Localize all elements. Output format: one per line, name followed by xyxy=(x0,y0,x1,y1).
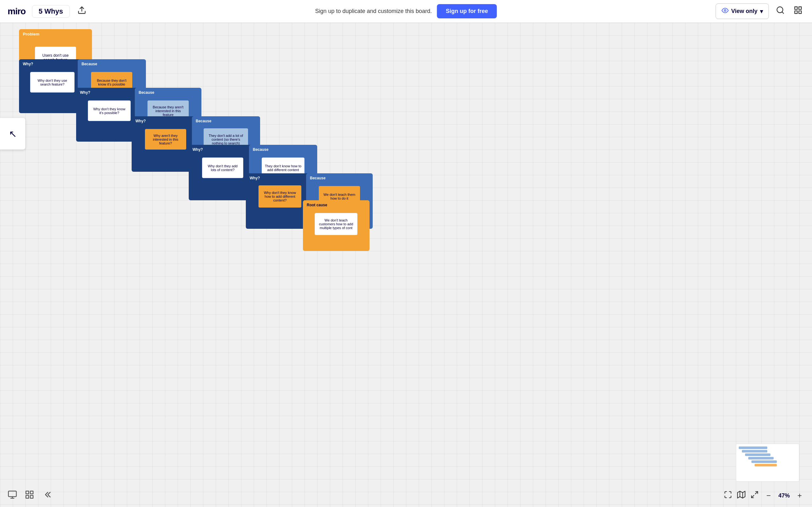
eye-icon xyxy=(722,7,728,15)
banner-text: Sign up to duplicate and customize this … xyxy=(315,8,432,14)
minimap-steps xyxy=(739,447,777,466)
svg-rect-13 xyxy=(26,495,29,498)
svg-rect-8 xyxy=(9,491,16,497)
export-button[interactable] xyxy=(75,4,89,18)
zoom-level: 47% xyxy=(778,493,790,499)
because-label-1: Because xyxy=(82,62,97,66)
zoom-in-button[interactable]: + xyxy=(795,490,804,501)
header-right: View only ▾ xyxy=(716,3,804,19)
why-label-4: Why? xyxy=(193,147,203,152)
menu-icon[interactable] xyxy=(792,4,804,19)
why-sticky-text-3: Why aren't they interested in this featu… xyxy=(148,134,184,145)
svg-marker-15 xyxy=(738,491,745,498)
signup-button[interactable]: Sign up for free xyxy=(437,4,497,18)
grid-icon[interactable] xyxy=(25,490,34,502)
svg-rect-12 xyxy=(31,491,33,494)
presentation-icon[interactable] xyxy=(8,490,17,502)
svg-line-18 xyxy=(755,492,758,494)
why-sticky-text-4: Why don't they add lots of content? xyxy=(205,164,241,172)
svg-rect-11 xyxy=(26,491,29,494)
map-icon[interactable] xyxy=(737,491,745,501)
logo: miro xyxy=(8,6,26,16)
minimap-step-6 xyxy=(755,464,777,466)
because-sticky-text-5: We don't teach them how to do it xyxy=(321,193,357,200)
why-label-1: Why? xyxy=(23,62,33,66)
search-icon[interactable] xyxy=(774,4,786,19)
minimap-step-3 xyxy=(745,453,770,456)
svg-line-19 xyxy=(751,495,754,498)
why-label-2: Why? xyxy=(80,90,90,95)
root-cause-block: Root cause We don't teach customers how … xyxy=(303,200,369,251)
minimap-step-2 xyxy=(742,450,767,452)
because-label-5: Because xyxy=(310,176,325,180)
because-sticky-text-4: They don't know how to add different con… xyxy=(264,164,302,172)
minimap-step-1 xyxy=(739,447,767,449)
header: miro 5 Whys Sign up to duplicate and cus… xyxy=(0,0,812,23)
zoom-out-button[interactable]: − xyxy=(764,490,773,501)
center-banner: Sign up to duplicate and customize this … xyxy=(315,4,497,18)
cursor-tool: ↖ xyxy=(0,118,26,150)
bottom-toolbar xyxy=(0,484,59,507)
view-only-button[interactable]: View only ▾ xyxy=(716,3,769,19)
svg-rect-14 xyxy=(31,495,33,498)
minimap-step-5 xyxy=(751,460,777,463)
minimap-step-4 xyxy=(748,457,774,459)
because-sticky-text-2: Because they aren't interested in this f… xyxy=(150,105,186,117)
chevron-down-icon: ▾ xyxy=(760,8,763,15)
minimap-content xyxy=(736,444,799,481)
problem-label: Problem xyxy=(23,32,39,37)
why-sticky-5: Why don't they know how to add different… xyxy=(258,185,301,208)
root-cause-sticky-text: We don't teach customers how to add mult… xyxy=(317,218,355,230)
root-cause-sticky: We don't teach customers how to add mult… xyxy=(315,213,357,235)
view-only-label: View only xyxy=(731,8,757,14)
why-block-1: Why? Why don't they use search feature? xyxy=(19,59,86,113)
why-sticky-text-2: Why don't they know it's possible? xyxy=(91,107,128,115)
fit-width-icon[interactable] xyxy=(751,491,759,501)
svg-point-1 xyxy=(724,9,726,11)
why-label-5: Why? xyxy=(250,176,260,180)
because-label-4: Because xyxy=(253,147,268,152)
fit-screen-icon[interactable] xyxy=(724,491,732,501)
root-cause-label: Root cause xyxy=(307,203,327,207)
collapse-icon[interactable] xyxy=(42,490,51,502)
why-label-3: Why? xyxy=(136,119,146,123)
minimap xyxy=(736,444,799,482)
svg-rect-4 xyxy=(795,7,797,9)
svg-rect-6 xyxy=(795,11,797,13)
board-title[interactable]: 5 Whys xyxy=(32,5,70,18)
why-sticky-4: Why don't they add lots of content? xyxy=(202,158,243,178)
why-sticky-text-1: Why don't they use search feature? xyxy=(33,78,72,86)
why-sticky-1: Why don't they use search feature? xyxy=(30,72,74,93)
bottom-right-controls: − 47% + xyxy=(716,484,812,507)
svg-line-3 xyxy=(782,12,783,13)
because-label-3: Because xyxy=(196,119,211,123)
because-sticky-text-1: Because they don't know it's possible xyxy=(94,78,130,86)
svg-rect-5 xyxy=(799,7,801,9)
cursor-icon: ↖ xyxy=(9,128,17,139)
svg-rect-7 xyxy=(799,11,801,13)
canvas: ↖ Problem Users don't use search feature… xyxy=(0,23,812,507)
why-sticky-text-5: Why don't they know how to add different… xyxy=(261,191,299,202)
because-sticky-text-3: They don't add a lot of content (so ther… xyxy=(206,134,246,145)
why-sticky-2: Why don't they know it's possible? xyxy=(88,101,131,121)
because-label-2: Because xyxy=(139,90,154,95)
why-sticky-3: Why aren't they interested in this featu… xyxy=(145,129,186,150)
